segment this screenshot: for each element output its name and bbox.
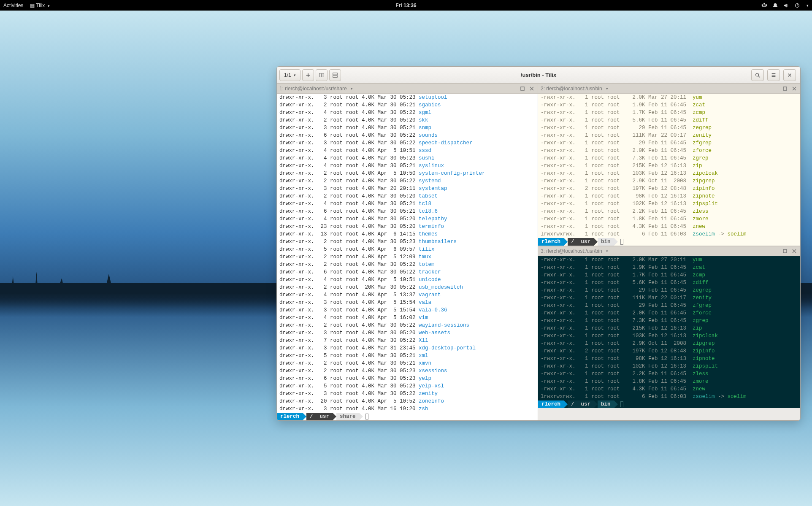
close-window-button[interactable]: [783, 69, 796, 81]
maximize-pane-icon[interactable]: [782, 248, 788, 254]
ls-row: drwxr-xr-x. 4 root root 4.0K Mar 30 05:2…: [277, 162, 538, 170]
pane3-header[interactable]: 3: rlerch@localhost:/usr/bin ▾: [538, 246, 800, 256]
ls-row: drwxr-xr-x. 6 root root 4.0K Mar 30 05:2…: [277, 208, 538, 215]
pane2-title: 2: rlerch@localhost:/usr/bin: [541, 86, 602, 92]
ls-row: drwxr-xr-x. 3 root root 4.0K Mar 30 05:2…: [277, 139, 538, 147]
search-button[interactable]: [751, 69, 764, 81]
clock[interactable]: Fri 13:36: [395, 3, 416, 8]
ls-row: -rwxr-xr-x. 1 root root 1.7K Feb 11 06:4…: [538, 271, 800, 279]
ls-row: drwxr-xr-x. 3 root root 4.0K Mar 30 05:2…: [277, 94, 538, 101]
ls-row: -rwxr-xr-x. 1 root root 102K Feb 12 16:1…: [538, 363, 800, 370]
ls-row: drwxr-xr-x. 7 root root 4.0K Mar 30 05:2…: [277, 337, 538, 344]
pane3-title: 3: rlerch@localhost:/usr/bin: [541, 248, 602, 254]
svg-rect-5: [319, 73, 321, 77]
shell-prompt[interactable]: rlerch/usrbin: [538, 238, 800, 246]
ls-row: drwxr-xr-x. 3 root root 4.0K Mar 20 20:1…: [277, 185, 538, 192]
chevron-down-icon: ▾: [606, 249, 608, 253]
ls-row: drwxr-xr-x. 2 root root 4.0K Mar 30 05:2…: [277, 360, 538, 367]
ls-row: drwxr-xr-x. 3 root root 4.0K Mar 16 19:2…: [277, 405, 538, 413]
ls-row: drwxr-xr-x. 2 root root 4.0K Mar 30 05:2…: [277, 177, 538, 185]
svg-rect-1: [766, 4, 767, 6]
ls-row: drwxr-xr-x. 5 root root 4.0K Mar 30 05:2…: [277, 382, 538, 390]
ls-row: -rwxr-xr-x. 1 root root 2.9K Oct 11 2008…: [538, 340, 800, 347]
shell-prompt[interactable]: rlerch/usrshare: [277, 413, 538, 420]
window-title: /usr/bin - Tilix: [521, 72, 556, 78]
terminal-pane-1[interactable]: drwxr-xr-x. 3 root root 4.0K Mar 30 05:2…: [277, 94, 538, 420]
svg-rect-13: [783, 249, 787, 253]
shell-prompt[interactable]: rlerch/usrbin: [538, 400, 800, 408]
ls-row: -rwxr-xr-x. 1 root root 98K Feb 12 16:13…: [538, 355, 800, 363]
pane1-header[interactable]: 1: rlerch@localhost:/usr/share ▾: [277, 84, 538, 94]
ls-row: -rwxr-xr-x. 1 root root 29 Feb 11 06:45 …: [538, 302, 800, 309]
app-menu[interactable]: ▦ Tilix ▾: [30, 3, 49, 8]
terminal-pane-2[interactable]: -rwxr-xr-x. 1 root root 2.0K Mar 27 20:1…: [538, 94, 800, 246]
ls-row: -rwxr-xr-x. 2 root root 197K Feb 12 08:4…: [538, 185, 800, 192]
ls-row: drwxr-xr-x. 5 root root 4.0K Mar 30 05:2…: [277, 352, 538, 360]
ls-row: -rwxr-xr-x. 1 root root 4.3K Feb 11 06:4…: [538, 385, 800, 393]
maximize-pane-icon[interactable]: [519, 85, 526, 92]
ls-row: drwxr-xr-x. 23 root root 4.0K Mar 30 05:…: [277, 223, 538, 230]
ls-row: -rwxr-xr-x. 1 root root 4.3K Feb 11 06:4…: [538, 223, 800, 230]
ls-row: drwxr-xr-x. 3 root root 4.0K Apr 5 15:54…: [277, 306, 538, 314]
svg-rect-8: [333, 75, 337, 77]
ls-row: -rwxr-xr-x. 1 root root 215K Feb 12 16:1…: [538, 162, 800, 170]
terminal-pane-3[interactable]: -rwxr-xr-x. 1 root root 2.0K Mar 27 20:1…: [538, 256, 800, 408]
app-menu-label: Tilix: [36, 3, 45, 8]
session-switcher[interactable]: 1/1 ▾: [279, 69, 300, 81]
ls-row: drwxr-xr-x. 2 root root 4.0K Mar 30 05:2…: [277, 192, 538, 200]
chevron-down-icon[interactable]: ▾: [807, 3, 809, 8]
close-pane-icon[interactable]: [791, 85, 798, 92]
ls-row: drwxr-xr-x. 6 root root 4.0K Mar 30 05:2…: [277, 268, 538, 276]
ls-row: drwxr-xr-x. 20 root root 4.0K Apr 5 10:5…: [277, 398, 538, 405]
ls-row: -rwxr-xr-x. 1 root root 5.6K Feb 11 06:4…: [538, 116, 800, 124]
power-icon[interactable]: [794, 3, 800, 8]
maximize-pane-icon[interactable]: [782, 85, 788, 92]
ls-row: drwxr-xr-x. 4 root root 4.0K Apr 5 10:51…: [277, 276, 538, 284]
split-down-button[interactable]: [329, 69, 341, 81]
volume-icon[interactable]: [783, 3, 789, 8]
notifications-icon[interactable]: [772, 3, 778, 8]
network-icon[interactable]: [761, 3, 767, 8]
chevron-down-icon: ▾: [294, 73, 296, 77]
ls-row: -rwxr-xr-x. 1 root root 29 Feb 11 06:45 …: [538, 139, 800, 147]
ls-row: drwxr-xr-x. 2 root root 4.0K Mar 30 05:2…: [277, 322, 538, 329]
chevron-down-icon: ▾: [351, 87, 353, 91]
close-pane-icon[interactable]: [528, 85, 535, 92]
ls-row: drwxr-xr-x. 2 root root 4.0K Mar 30 05:2…: [277, 238, 538, 246]
titlebar[interactable]: 1/1 ▾ /usr/bin - Tilix: [277, 67, 800, 84]
ls-row: -rwxr-xr-x. 1 root root 2.0K Feb 11 06:4…: [538, 147, 800, 154]
ls-row: -rwxr-xr-x. 1 root root 1.7K Feb 11 06:4…: [538, 109, 800, 116]
close-pane-icon[interactable]: [791, 248, 798, 254]
new-session-button[interactable]: [302, 69, 314, 81]
ls-row: drwxr-xr-x. 2 root root 4.0K Apr 5 12:09…: [277, 253, 538, 261]
ls-row: drwxr-xr-x. 4 root root 4.0K Mar 30 05:2…: [277, 215, 538, 223]
svg-rect-2: [763, 3, 765, 4]
ls-row: -rwxr-xr-x. 1 root root 111K Mar 22 00:1…: [538, 294, 800, 302]
ls-row: -rwxr-xr-x. 1 root root 1.8K Feb 11 06:4…: [538, 215, 800, 223]
ls-row: drwxr-xr-x. 3 root root 4.0K Mar 30 05:2…: [277, 390, 538, 398]
ls-row: -rwxr-xr-x. 1 root root 2.2K Feb 11 06:4…: [538, 370, 800, 378]
ls-row: -rwxr-xr-x. 1 root root 2.0K Feb 11 06:4…: [538, 309, 800, 317]
pane2-header[interactable]: 2: rlerch@localhost:/usr/bin ▾: [538, 84, 800, 94]
ls-row: drwxr-xr-x. 4 root root 4.0K Mar 30 05:2…: [277, 109, 538, 116]
ls-row: -rwxr-xr-x. 1 root root 2.0K Mar 27 20:1…: [538, 256, 800, 264]
ls-row: drwxr-xr-x. 4 root root 4.0K Mar 30 05:2…: [277, 200, 538, 208]
svg-rect-12: [783, 87, 787, 90]
ls-row: -rwxr-xr-x. 1 root root 29 Feb 11 06:45 …: [538, 287, 800, 294]
activities-button[interactable]: Activities: [3, 3, 23, 8]
hamburger-menu-button[interactable]: [767, 69, 780, 81]
ls-row: -rwxr-xr-x. 1 root root 215K Feb 12 16:1…: [538, 325, 800, 332]
ls-row: drwxr-xr-x. 6 root root 4.0K Mar 30 05:2…: [277, 375, 538, 382]
session-count: 1/1: [284, 72, 291, 78]
ls-row: drwxr-xr-x. 3 root root 4.0K Mar 31 23:4…: [277, 344, 538, 352]
ls-row: -rwxr-xr-x. 1 root root 1.8K Feb 11 06:4…: [538, 378, 800, 385]
ls-row: drwxr-xr-x. 6 root root 4.0K Mar 30 05:2…: [277, 132, 538, 139]
ls-row: drwxr-xr-x. 5 root root 4.0K Apr 6 09:57…: [277, 246, 538, 253]
svg-point-9: [756, 73, 759, 76]
ls-row: -rwxr-xr-x. 1 root root 98K Feb 12 16:13…: [538, 192, 800, 200]
ls-row: -rwxr-xr-x. 1 root root 102K Feb 12 16:1…: [538, 200, 800, 208]
chevron-down-icon: ▾: [606, 87, 608, 91]
split-right-button[interactable]: [316, 69, 328, 81]
ls-row: -rwxr-xr-x. 1 root root 103K Feb 12 16:1…: [538, 332, 800, 340]
tilix-icon: ▦: [30, 3, 35, 8]
